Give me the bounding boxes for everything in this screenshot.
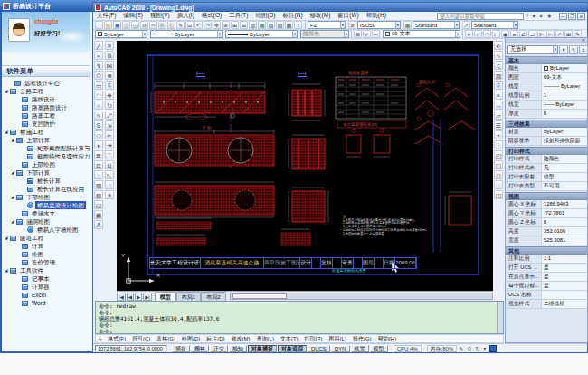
status-toggle[interactable]: 对象捕捉 (248, 345, 277, 352)
plot-preview-icon[interactable]: ◲ (131, 21, 139, 29)
copy-icon[interactable]: ⎘ (158, 21, 166, 29)
table-icon[interactable]: ▦ (94, 210, 103, 219)
tree-item[interactable]: 远程设计中心 (2, 79, 90, 87)
new-icon[interactable]: ▯ (95, 21, 103, 29)
palette-property-row[interactable]: 打印样式表 无 (506, 164, 587, 173)
tab-nav-button[interactable]: ◀ (127, 293, 134, 301)
palette-property-row[interactable]: 注释比例 1:1 (506, 255, 587, 264)
ellipse-icon[interactable]: ⬭ (94, 130, 103, 139)
construction-line-icon[interactable]: ⌁ (94, 51, 103, 60)
tree-item[interactable]: 计算器 (2, 283, 90, 291)
aligned-dim-icon[interactable]: ⟋ (474, 30, 482, 38)
tree-item[interactable]: 记事本 (2, 274, 90, 283)
tree-item[interactable]: 计算 (2, 242, 90, 250)
bridge-menu-item[interactable]: 打印(P) (301, 335, 326, 343)
make-block-icon[interactable]: ⊡ (94, 160, 103, 169)
layout-tab[interactable]: 布局2 (201, 292, 225, 301)
tree-item[interactable]: 截面特性及弹性应力计算 (2, 152, 90, 160)
cut-icon[interactable]: ✂ (149, 21, 157, 29)
lineweight-combo[interactable]: ByLayer ▾ (225, 30, 298, 38)
palette-property-row[interactable]: 打印样式 随颜色 (506, 155, 587, 164)
id-point-icon[interactable]: ⌖ (494, 130, 503, 139)
tree-item[interactable]: ◢ 下部绘图 (2, 193, 90, 201)
block-editor-icon[interactable]: ⊡ (185, 21, 194, 29)
avatar[interactable] (8, 18, 30, 42)
palette-section-header[interactable]: 基本 (506, 56, 587, 64)
bridge-menu-item[interactable]: 帮助(H) (375, 335, 399, 343)
palette-property-row[interactable]: 材质 ByLayer (506, 128, 587, 137)
palette-property-row[interactable]: 视觉样式 二维线框 (506, 300, 587, 309)
search-dropdown-icon[interactable]: ▾ (531, 13, 537, 19)
tree-item[interactable]: 造价管理 (2, 258, 90, 266)
region-tool-icon[interactable]: ◰ (494, 150, 503, 159)
tree-item[interactable]: 桥易盖梁设计绘图 (2, 201, 90, 209)
ellipse-arc-icon[interactable]: ◗ (94, 140, 103, 149)
bridge-menu-item[interactable]: 查询(L) (253, 335, 277, 343)
toolbar-lock-icon[interactable]: ⊙ (465, 345, 473, 351)
copy-object-icon[interactable]: ⧉ (105, 51, 114, 60)
bridge-menu-item[interactable]: 格式(F) (105, 335, 129, 343)
tree-item[interactable]: 桩长计算 (2, 177, 90, 185)
bridge-menu-item[interactable]: 符号(C) (128, 335, 153, 343)
erase-icon[interactable]: ✕ (105, 41, 114, 50)
palette-property-row[interactable]: 圆心 Z 坐标 0 (506, 218, 587, 227)
tree-item[interactable]: 路基工程 (2, 111, 90, 120)
zoom-realtime-icon[interactable]: ⊕ (222, 21, 230, 29)
linetype-combo[interactable]: ByLayer ▾ (150, 30, 223, 38)
text-style-combo[interactable]: FZ ▾ (308, 21, 346, 29)
layer-combo[interactable]: 09-文本 ▾ (383, 30, 460, 38)
edit-array-icon[interactable]: ⠿ (494, 81, 503, 90)
array-icon[interactable]: ⠿ (105, 81, 114, 90)
properties-icon[interactable]: ▥ (249, 21, 257, 29)
measure-icon[interactable]: ↔ (494, 101, 503, 110)
point-icon[interactable]: · (94, 170, 103, 179)
menu-item[interactable]: 视图(V) (147, 12, 174, 20)
status-menu-arrow-icon[interactable]: ▾ (481, 345, 488, 351)
tree-item[interactable]: ◢ 涵洞绘图 (2, 217, 90, 226)
bridge-menu-item[interactable]: 操作(G) (349, 335, 375, 343)
divide-icon[interactable]: ⋮ (494, 140, 503, 149)
spline-icon[interactable]: S (94, 120, 103, 130)
table-style-combo[interactable]: Standard ▾ (413, 21, 460, 29)
list-icon[interactable]: ☰ (494, 120, 503, 130)
tool-palettes-icon[interactable]: ▧ (267, 21, 275, 29)
horizontal-scrollbar[interactable] (230, 293, 494, 300)
help-icon[interactable]: ? (294, 21, 302, 29)
doc-close-button[interactable]: ✕ (577, 13, 585, 20)
save-icon[interactable]: ▣ (113, 21, 121, 29)
join-icon[interactable]: ⊔ (105, 160, 114, 169)
palette-property-row[interactable]: 打印表附着.. 模型 (506, 173, 587, 182)
align-icon[interactable]: ≡ (494, 91, 503, 100)
tree-item[interactable]: 桥易八字墙绘图 (2, 226, 90, 234)
bridge-menu-item[interactable]: 图层(L) (326, 335, 349, 343)
move-icon[interactable]: ✥ (105, 91, 114, 100)
color-combo[interactable]: ByLayer ▾ (95, 30, 147, 38)
arc-icon[interactable]: ◠ (94, 91, 103, 100)
palette-property-row[interactable]: 每个视口都... 是 (506, 282, 587, 291)
edit-hatch-icon[interactable]: ▨ (494, 71, 503, 80)
tree-item[interactable]: 上部绘图 (2, 160, 90, 168)
drawing-canvas[interactable]: Ⅰ—Ⅰ Ⅰ—Ⅰ 平 面 钢筋数量表 每片盖梁钢筋表(m) 钢筋大样 桥墩盖梁钢筋… (117, 41, 493, 291)
tree-item[interactable]: ◢ 工具软件 (2, 266, 90, 274)
palette-section-header[interactable]: 视图 (506, 192, 587, 200)
status-toggle[interactable]: DYN (331, 345, 350, 352)
palette-property-row[interactable]: 圆心 Y 坐标 -72.7861 (506, 209, 587, 218)
toggle-pickadd-icon[interactable]: ± (579, 45, 588, 54)
bridge-menu-item[interactable]: 绘图(D) (178, 335, 203, 343)
layer-properties-icon[interactable]: ≣ (354, 30, 362, 38)
edit-spline-icon[interactable]: ς (494, 61, 503, 70)
palette-section-header[interactable]: 三维效果 (506, 120, 587, 128)
layer-previous-icon[interactable]: ↩ (372, 30, 380, 38)
annotation-pencil-icon[interactable]: ✎ (457, 345, 465, 351)
tree-item[interactable]: 绘图 (2, 250, 90, 258)
tree-item[interactable]: Word (2, 299, 90, 307)
tree-item[interactable]: ◢ 上部计算 (2, 136, 90, 144)
tree-item[interactable]: 支挡防护 (2, 120, 90, 128)
tab-nav-button[interactable]: |◀ (117, 293, 126, 301)
palette-property-row[interactable]: 在原点显示... 是 (506, 273, 587, 282)
stretch-icon[interactable]: ⇲ (105, 120, 114, 130)
doc-restore-button[interactable]: ❐ (568, 13, 576, 20)
clean-screen-button[interactable] (489, 345, 497, 352)
circle-icon[interactable]: ○ (94, 101, 103, 110)
menu-item[interactable]: 格式(O) (198, 12, 225, 20)
